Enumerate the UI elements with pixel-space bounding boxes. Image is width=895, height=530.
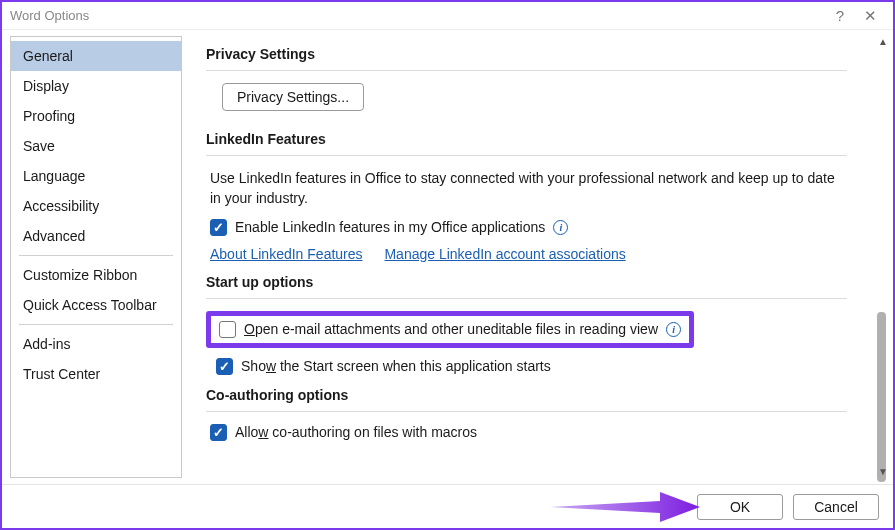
ok-button[interactable]: OK — [697, 494, 783, 520]
checkbox-show-start-screen[interactable] — [216, 358, 233, 375]
checkbox-label-enable-linkedin: Enable LinkedIn features in my Office ap… — [235, 219, 545, 235]
sidebar-item-general[interactable]: General — [11, 41, 181, 71]
sidebar-item-display[interactable]: Display — [11, 71, 181, 101]
section-coauthoring-options: Co-authoring options — [206, 387, 847, 412]
sidebar-item-language[interactable]: Language — [11, 161, 181, 191]
checkbox-label-open-attachments: Open e-mail attachments and other unedit… — [244, 321, 658, 337]
checkbox-label-allow-coauthoring: Allow co-authoring on files with macros — [235, 424, 477, 440]
vertical-scrollbar[interactable]: ▲ ▼ — [873, 30, 893, 484]
sidebar-item-proofing[interactable]: Proofing — [11, 101, 181, 131]
annotation-arrow-icon — [550, 490, 700, 524]
scroll-thumb[interactable] — [877, 312, 886, 482]
privacy-settings-button[interactable]: Privacy Settings... — [222, 83, 364, 111]
annotation-highlight: Open e-mail attachments and other unedit… — [206, 311, 694, 348]
info-icon[interactable]: i — [666, 322, 681, 337]
sidebar-item-quick-access-toolbar[interactable]: Quick Access Toolbar — [11, 290, 181, 320]
sidebar-item-trust-center[interactable]: Trust Center — [11, 359, 181, 389]
link-about-linkedin[interactable]: About LinkedIn Features — [210, 246, 363, 262]
sidebar-separator — [19, 255, 173, 256]
link-manage-linkedin[interactable]: Manage LinkedIn account associations — [384, 246, 625, 262]
options-content: Privacy Settings Privacy Settings... Lin… — [182, 30, 873, 484]
dialog-footer: OK Cancel — [2, 484, 893, 528]
word-options-dialog: Word Options ? ✕ General Display Proofin… — [0, 0, 895, 530]
sidebar-item-advanced[interactable]: Advanced — [11, 221, 181, 251]
info-icon[interactable]: i — [553, 220, 568, 235]
svg-marker-0 — [550, 492, 700, 522]
titlebar: Word Options ? ✕ — [2, 2, 893, 30]
scroll-up-arrow-icon[interactable]: ▲ — [873, 34, 893, 50]
checkbox-label-show-start-screen: Show the Start screen when this applicat… — [241, 358, 551, 374]
window-title: Word Options — [10, 8, 89, 23]
scroll-down-arrow-icon[interactable]: ▼ — [873, 464, 893, 480]
section-privacy-settings: Privacy Settings — [206, 46, 847, 71]
checkbox-enable-linkedin[interactable] — [210, 219, 227, 236]
sidebar-item-customize-ribbon[interactable]: Customize Ribbon — [11, 260, 181, 290]
sidebar-separator — [19, 324, 173, 325]
section-startup-options: Start up options — [206, 274, 847, 299]
linkedin-description: Use LinkedIn features in Office to stay … — [210, 168, 847, 209]
sidebar-item-add-ins[interactable]: Add-ins — [11, 329, 181, 359]
checkbox-open-attachments-reading-view[interactable] — [219, 321, 236, 338]
checkbox-allow-coauthoring-macros[interactable] — [210, 424, 227, 441]
help-button[interactable]: ? — [825, 7, 855, 24]
category-sidebar: General Display Proofing Save Language A… — [10, 36, 182, 478]
cancel-button[interactable]: Cancel — [793, 494, 879, 520]
close-button[interactable]: ✕ — [855, 7, 885, 25]
sidebar-item-save[interactable]: Save — [11, 131, 181, 161]
sidebar-item-accessibility[interactable]: Accessibility — [11, 191, 181, 221]
section-linkedin-features: LinkedIn Features — [206, 131, 847, 156]
